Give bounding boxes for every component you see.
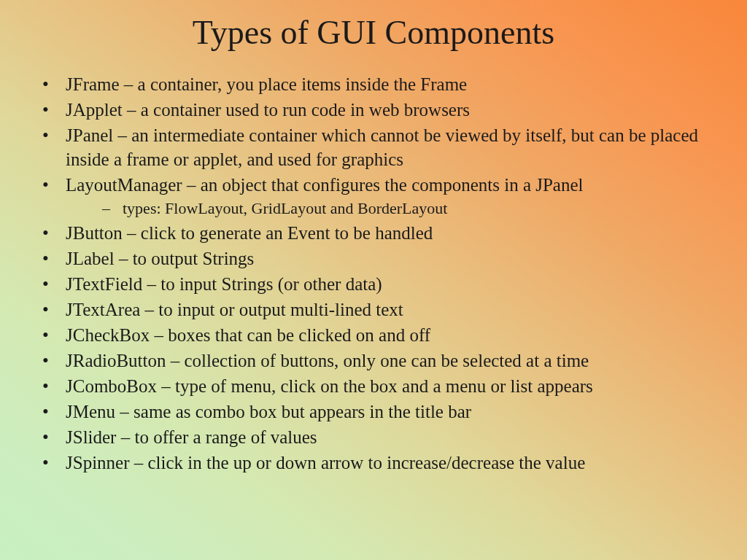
list-item: JComboBox – type of menu, click on the b…	[41, 374, 725, 398]
list-item: LayoutManager – an object that configure…	[41, 173, 725, 219]
list-item: JCheckBox – boxes that can be clicked on…	[41, 323, 725, 347]
list-item: JButton – click to generate an Event to …	[41, 221, 725, 245]
list-item: JTextArea – to input or output multi-lin…	[41, 298, 725, 322]
list-item: JMenu – same as combo box but appears in…	[41, 400, 725, 424]
bullet-list: JFrame – a container, you place items in…	[22, 72, 725, 475]
sub-bullet-list: types: FlowLayout, GridLayout and Border…	[66, 198, 725, 219]
list-item: JPanel – an intermediate container which…	[41, 123, 725, 171]
list-item: JSlider – to offer a range of values	[41, 425, 725, 449]
list-item: JRadioButton – collection of buttons, on…	[41, 349, 725, 373]
list-item: JApplet – a container used to run code i…	[41, 98, 725, 122]
slide-title: Types of GUI Components	[22, 13, 725, 52]
list-item: JFrame – a container, you place items in…	[41, 72, 725, 96]
list-item-text: LayoutManager – an object that configure…	[66, 175, 584, 195]
sub-list-item: types: FlowLayout, GridLayout and Border…	[102, 198, 725, 219]
list-item: JTextField – to input Strings (or other …	[41, 272, 725, 296]
list-item: JLabel – to output Strings	[41, 246, 725, 271]
list-item: JSpinner – click in the up or down arrow…	[41, 451, 725, 475]
